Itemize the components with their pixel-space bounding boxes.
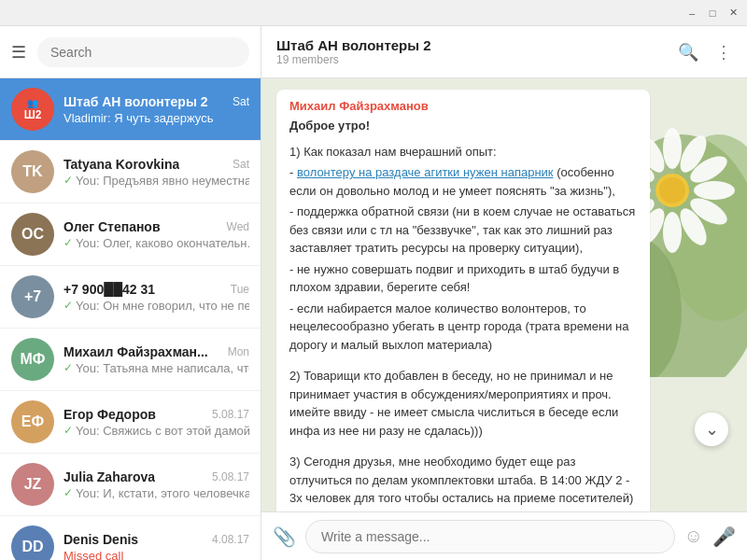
message-greeting: Доброе утро! [289, 117, 637, 135]
minimize-button[interactable]: – [685, 7, 698, 20]
chat-info-chat-shtab: Штаб АН волонтеры 2SatVladimir: Я чуть з… [63, 94, 249, 125]
chat-preview-chat-oleg: ✓You: Олег, каково окончательн... [63, 236, 249, 250]
preview-text-chat-oleg: You: Олег, каково окончательн... [76, 236, 249, 250]
chat-item-chat-mikhail[interactable]: МФМихаил Файзрахман...Mon✓You: Татьяна м… [0, 329, 261, 391]
input-area: 📎 ☺ 🎤 [261, 511, 747, 560]
attach-icon[interactable]: 📎 [273, 525, 296, 548]
chat-item-chat-oleg[interactable]: ОСОлег СтепановWed✓You: Олег, каково око… [0, 203, 261, 266]
chat-preview-chat-phone: ✓You: Он мне говорил, что не пе... [63, 299, 249, 313]
chat-info-chat-tatyana: Tatyana KorovkinaSat✓You: Предъявя явно … [63, 157, 249, 188]
preview-text-chat-shtab: Vladimir: Я чуть задержусь [63, 111, 214, 125]
chat-name-chat-shtab: Штаб АН волонтеры 2 [63, 94, 208, 109]
check-icon-chat-mikhail: ✓ [63, 361, 73, 374]
chat-info-chat-oleg: Олег СтепановWed✓You: Олег, каково оконч… [63, 219, 249, 250]
chat-header-name: Штаб АН волонтеры 2 [276, 37, 678, 53]
chat-preview-chat-shtab: Vladimir: Я чуть задержусь [63, 111, 249, 125]
chat-info-chat-phone: +7 900██42 31Tue✓You: Он мне говорил, чт… [63, 282, 249, 313]
avatar-chat-shtab: 👥Ш2 [11, 88, 54, 131]
message-bubble: Михаил Файзрахманов Доброе утро! 1) Как … [276, 90, 650, 511]
chat-header: Штаб АН волонтеры 2 19 members 🔍 ⋮ [261, 26, 747, 78]
chat-time-chat-denis: 4.08.17 [212, 533, 249, 546]
chat-name-chat-oleg: Олег Степанов [63, 219, 161, 234]
scroll-down-button[interactable]: ⌄ [695, 413, 728, 446]
check-icon-chat-egor: ✓ [63, 424, 73, 437]
chat-time-chat-tatyana: Sat [233, 158, 249, 171]
preview-text-chat-tatyana: You: Предъявя явно неуместна, ... [76, 174, 249, 188]
chat-name-chat-denis: Denis Denis [63, 532, 138, 547]
check-icon-chat-oleg: ✓ [63, 236, 73, 249]
chat-time-chat-mikhail: Mon [228, 345, 249, 358]
chat-time-chat-oleg: Wed [227, 220, 249, 233]
preview-text-chat-phone: You: Он мне говорил, что не пе... [76, 299, 249, 313]
title-bar: – □ ✕ [0, 0, 747, 26]
search-input[interactable] [37, 37, 249, 67]
chat-name-chat-julia: Julia Zaharova [63, 469, 155, 484]
chat-name-chat-mikhail: Михаил Файзрахман... [63, 344, 208, 359]
chat-name-chat-tatyana: Tatyana Korovkina [63, 157, 179, 172]
avatar-chat-julia: JZ [11, 463, 54, 506]
app-container: ☰ 👥Ш2Штаб АН волонтеры 2SatVladimir: Я ч… [0, 26, 747, 560]
chat-item-chat-julia[interactable]: JZJulia Zaharova5.08.17✓You: И, кстати, … [0, 454, 261, 516]
chat-header-members: 19 members [276, 53, 678, 66]
chat-preview-chat-egor: ✓You: Свяжись с вот этой дамой ... [63, 424, 249, 438]
chat-time-chat-julia: 5.08.17 [212, 470, 249, 483]
chat-header-info: Штаб АН волонтеры 2 19 members [276, 37, 678, 66]
avatar-chat-oleg: ОС [11, 213, 54, 256]
chat-info-chat-egor: Егор Федоров5.08.17✓You: Свяжись с вот э… [63, 407, 249, 438]
search-icon[interactable]: 🔍 [678, 42, 698, 63]
chat-preview-chat-julia: ✓You: И, кстати, этого человечка ... [63, 486, 249, 500]
chat-preview-chat-tatyana: ✓You: Предъявя явно неуместна, ... [63, 174, 249, 188]
preview-text-chat-mikhail: You: Татьяна мне написала, что ... [76, 361, 249, 375]
chat-preview-chat-denis: Missed call [63, 549, 249, 561]
avatar-chat-denis: DD [11, 525, 54, 560]
mic-icon[interactable]: 🎤 [712, 525, 736, 548]
chat-info-chat-julia: Julia Zaharova5.08.17✓You: И, кстати, эт… [63, 469, 249, 500]
sidebar: ☰ 👥Ш2Штаб АН волонтеры 2SatVladimir: Я ч… [0, 26, 261, 560]
check-icon-chat-tatyana: ✓ [63, 174, 73, 187]
more-icon[interactable]: ⋮ [715, 42, 732, 63]
emoji-icon[interactable]: ☺ [684, 525, 703, 547]
missed-call-label: Missed call [63, 549, 123, 561]
close-button[interactable]: ✕ [726, 7, 740, 20]
messages-content: Михаил Файзрахманов Доброе утро! 1) Как … [276, 90, 732, 511]
chat-time-chat-shtab: Sat [233, 95, 249, 108]
chat-item-chat-tatyana[interactable]: TKTatyana KorovkinaSat✓You: Предъявя явн… [0, 141, 261, 203]
menu-icon[interactable]: ☰ [11, 42, 26, 63]
check-icon-chat-phone: ✓ [63, 299, 73, 312]
check-icon-chat-julia: ✓ [63, 486, 73, 499]
messages-area: Михаил Файзрахманов Доброе утро! 1) Как … [261, 78, 747, 511]
chat-name-chat-phone: +7 900██42 31 [63, 282, 155, 297]
chat-panel: Штаб АН волонтеры 2 19 members 🔍 ⋮ [261, 26, 747, 560]
message-input[interactable] [305, 520, 675, 553]
chat-item-chat-denis[interactable]: DDDenis Denis4.08.17Missed call [0, 516, 261, 560]
sidebar-header: ☰ [0, 26, 261, 78]
chat-list: 👥Ш2Штаб АН волонтеры 2SatVladimir: Я чут… [0, 78, 261, 560]
chat-header-icons: 🔍 ⋮ [678, 42, 732, 63]
chat-item-chat-shtab[interactable]: 👥Ш2Штаб АН волонтеры 2SatVladimir: Я чут… [0, 78, 261, 141]
chat-info-chat-denis: Denis Denis4.08.17Missed call [63, 532, 249, 561]
message-sender: Михаил Файзрахманов [289, 99, 637, 113]
message-body: 1) Как показал нам вчерашний опыт:- воло… [289, 143, 637, 508]
chat-item-chat-egor[interactable]: ЕФЕгор Федоров5.08.17✓You: Свяжись с вот… [0, 391, 261, 454]
avatar-chat-egor: ЕФ [11, 400, 54, 443]
chat-time-chat-egor: 5.08.17 [212, 408, 249, 421]
avatar-chat-phone: +7 [11, 275, 54, 318]
message-time: 10 [289, 511, 637, 512]
chat-time-chat-phone: Tue [231, 283, 249, 296]
chat-info-chat-mikhail: Михаил Файзрахман...Mon✓You: Татьяна мне… [63, 344, 249, 375]
preview-text-chat-egor: You: Свяжись с вот этой дамой ... [76, 424, 249, 438]
chat-item-chat-phone[interactable]: +7+7 900██42 31Tue✓You: Он мне говорил, … [0, 266, 261, 329]
avatar-chat-mikhail: МФ [11, 338, 54, 381]
maximize-button[interactable]: □ [706, 7, 719, 20]
chat-preview-chat-mikhail: ✓You: Татьяна мне написала, что ... [63, 361, 249, 375]
chat-name-chat-egor: Егор Федоров [63, 407, 156, 422]
preview-text-chat-julia: You: И, кстати, этого человечка ... [76, 486, 249, 500]
avatar-chat-tatyana: TK [11, 150, 54, 193]
